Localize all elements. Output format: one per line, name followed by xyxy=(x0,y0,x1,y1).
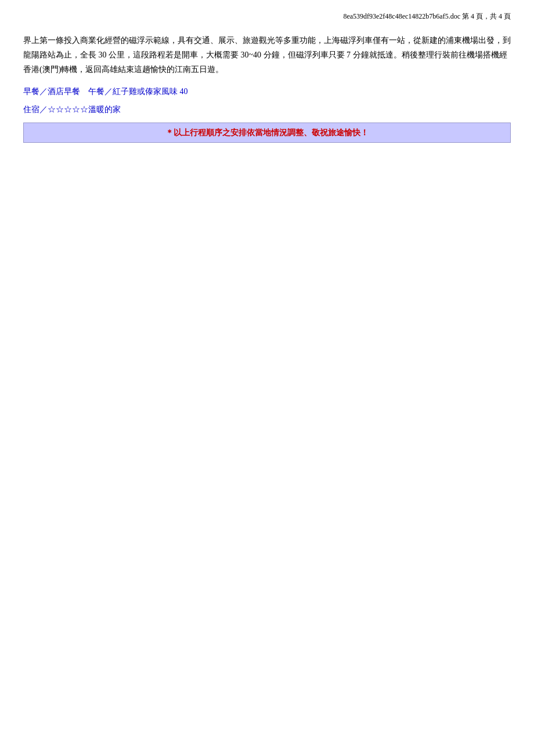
page-container: 8ea539df93e2f48c48ec14822b7b6af5.doc 第 4… xyxy=(0,0,534,756)
page-info: 第 4 頁，共 4 頁 xyxy=(462,12,511,20)
filename: 8ea539df93e2f48c48ec14822b7b6af5.doc xyxy=(343,12,460,20)
page-header: 8ea539df93e2f48c48ec14822b7b6af5.doc 第 4… xyxy=(23,12,511,24)
accommodation-info: 住宿／☆☆☆☆☆溫暖的家 xyxy=(23,102,511,117)
content-area: 界上第一條投入商業化經營的磁浮示範線，具有交通、展示、旅遊觀光等多重功能，上海磁… xyxy=(23,33,511,143)
notice-bar: ＊以上行程順序之安排依當地情況調整、敬祝旅途愉快！ xyxy=(23,123,511,143)
main-paragraph: 界上第一條投入商業化經營的磁浮示範線，具有交通、展示、旅遊觀光等多重功能，上海磁… xyxy=(23,33,511,77)
meal-info: 早餐／酒店早餐 午餐／紅子雞或傣家風味 40 xyxy=(23,84,511,99)
